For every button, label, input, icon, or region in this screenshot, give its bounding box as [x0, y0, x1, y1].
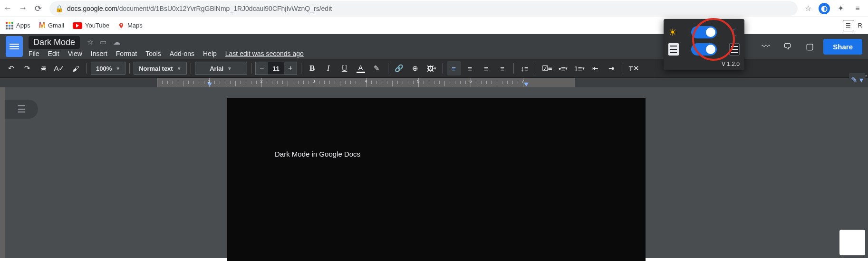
- menu-bar: File Edit View Insert Format Tools Add-o…: [29, 50, 304, 57]
- gmail-icon: M: [39, 21, 45, 30]
- apps-shortcut[interactable]: Apps: [6, 22, 30, 29]
- menu-help[interactable]: Help: [203, 50, 217, 57]
- horizontal-ruler[interactable]: 1234567: [157, 78, 575, 87]
- cloud-status-icon[interactable]: ☁: [111, 38, 122, 47]
- apps-icon: [6, 22, 13, 29]
- checklist-button[interactable]: ☑≡: [540, 61, 554, 75]
- activity-icon[interactable]: 〰: [758, 38, 774, 55]
- zoom-select[interactable]: 100%▼: [91, 62, 125, 75]
- italic-button[interactable]: I: [321, 61, 336, 75]
- maps-bookmark[interactable]: Maps: [118, 22, 143, 29]
- url-domain: docs.google.com: [67, 5, 117, 12]
- bulleted-list-button[interactable]: •≡▾: [556, 61, 570, 75]
- font-size-decrease[interactable]: −: [256, 62, 268, 75]
- darkmode-extension-popup: ☀ ☾ V 1.2.0: [664, 19, 744, 70]
- increase-indent-button[interactable]: ⇥: [605, 61, 619, 75]
- right-indent-marker[interactable]: [524, 83, 529, 86]
- customize-chrome-icon[interactable]: ≡: [851, 2, 864, 15]
- print-button[interactable]: 🖶: [36, 61, 50, 75]
- font-size-stepper: − +: [255, 62, 297, 75]
- share-button[interactable]: Share: [823, 39, 862, 55]
- gmail-label: Gmail: [48, 22, 64, 29]
- vertical-ruler[interactable]: [0, 87, 5, 258]
- youtube-icon: [73, 22, 82, 29]
- menu-format[interactable]: Format: [116, 50, 137, 57]
- insert-comment-button[interactable]: ⊕: [408, 61, 423, 75]
- font-size-input[interactable]: [268, 62, 284, 75]
- align-justify-button[interactable]: ≡: [495, 61, 510, 75]
- docs-logo-icon[interactable]: [6, 36, 23, 57]
- editing-mode-button[interactable]: ✎ ▾: [849, 73, 865, 86]
- redo-button[interactable]: ↷: [20, 61, 34, 75]
- menu-file[interactable]: File: [29, 50, 39, 57]
- numbered-list-button[interactable]: 1≡▾: [572, 61, 587, 75]
- paragraph-style-select[interactable]: Normal text▼: [134, 62, 186, 75]
- reading-list-icon[interactable]: ☰: [843, 20, 854, 31]
- maps-label: Maps: [127, 22, 143, 29]
- font-size-increase[interactable]: +: [284, 62, 297, 75]
- extensions-icon[interactable]: ✦: [834, 2, 847, 15]
- line-spacing-button[interactable]: ↕≡: [518, 61, 532, 75]
- browser-toolbar: ← → ⟳ 🔒 docs.google.com/document/d/1BsU0…: [0, 0, 868, 17]
- apps-label: Apps: [16, 22, 30, 29]
- insert-image-button[interactable]: 🖼▾: [424, 61, 439, 75]
- paint-format-button[interactable]: 🖌: [68, 61, 83, 75]
- clear-formatting-button[interactable]: T✕: [627, 61, 641, 75]
- bold-button[interactable]: B: [305, 61, 319, 75]
- align-right-button[interactable]: ≡: [479, 61, 493, 75]
- decrease-indent-button[interactable]: ⇤: [588, 61, 603, 75]
- darkmode-extension-icon[interactable]: ◐: [819, 3, 830, 14]
- extension-version: V 1.2.0: [668, 61, 740, 67]
- darkmode-global-toggle[interactable]: [691, 26, 717, 38]
- menu-edit[interactable]: Edit: [48, 50, 59, 57]
- undo-button[interactable]: ↶: [4, 61, 18, 75]
- document-area: ☰ Dark Mode in Google Docs: [0, 87, 868, 258]
- back-button[interactable]: ←: [0, 1, 15, 16]
- menu-tools[interactable]: Tools: [145, 50, 161, 57]
- highlight-color-button[interactable]: ✎: [370, 61, 384, 75]
- lock-icon: 🔒: [55, 5, 63, 12]
- light-page-icon: [668, 43, 679, 56]
- darkmode-page-toggle[interactable]: [691, 43, 717, 56]
- document-page[interactable]: Dark Mode in Google Docs: [227, 98, 646, 261]
- outline-toggle[interactable]: ☰: [5, 100, 38, 119]
- svg-point-0: [121, 24, 122, 25]
- align-center-button[interactable]: ≡: [463, 61, 477, 75]
- youtube-label: YouTube: [85, 22, 109, 29]
- menu-addons[interactable]: Add-ons: [170, 50, 194, 57]
- align-left-button[interactable]: ≡: [447, 61, 461, 75]
- comments-icon[interactable]: 🗨: [780, 38, 796, 55]
- document-title[interactable]: Dark Mode: [29, 36, 80, 49]
- star-icon[interactable]: ☆: [85, 38, 95, 47]
- collapse-toolbar-button[interactable]: ˆ: [865, 75, 867, 82]
- move-icon[interactable]: ▭: [98, 38, 108, 47]
- reading-list-initial: R: [858, 22, 862, 29]
- url-path: /document/d/1BsU0x12YvrRgGBlNmp_1RJ0dcau…: [117, 5, 332, 12]
- ruler-row: 1234567: [0, 78, 868, 87]
- bookmark-star-icon[interactable]: ☆: [801, 2, 815, 15]
- dark-page-icon: [729, 43, 740, 56]
- sun-icon: ☀: [668, 27, 677, 38]
- youtube-bookmark[interactable]: YouTube: [73, 22, 109, 29]
- insert-link-button[interactable]: 🔗: [392, 61, 406, 75]
- present-icon[interactable]: ▢: [801, 38, 818, 55]
- explore-button[interactable]: [839, 230, 865, 255]
- spellcheck-button[interactable]: A✓: [52, 61, 67, 75]
- underline-button[interactable]: U: [338, 61, 352, 75]
- menu-insert[interactable]: Insert: [91, 50, 107, 57]
- text-color-button[interactable]: A: [354, 61, 368, 75]
- gmail-bookmark[interactable]: M Gmail: [39, 21, 64, 30]
- menu-view[interactable]: View: [68, 50, 82, 57]
- forward-button[interactable]: →: [15, 1, 30, 16]
- font-family-select[interactable]: Arial▼: [195, 62, 247, 75]
- maps-icon: [118, 22, 125, 29]
- reload-button[interactable]: ⟳: [30, 1, 46, 16]
- document-text: Dark Mode in Google Docs: [275, 150, 360, 158]
- address-bar[interactable]: 🔒 docs.google.com/document/d/1BsU0x12Yvr…: [49, 1, 798, 16]
- moon-icon: ☾: [731, 27, 740, 38]
- last-edit-link[interactable]: Last edit was seconds ago: [225, 50, 304, 57]
